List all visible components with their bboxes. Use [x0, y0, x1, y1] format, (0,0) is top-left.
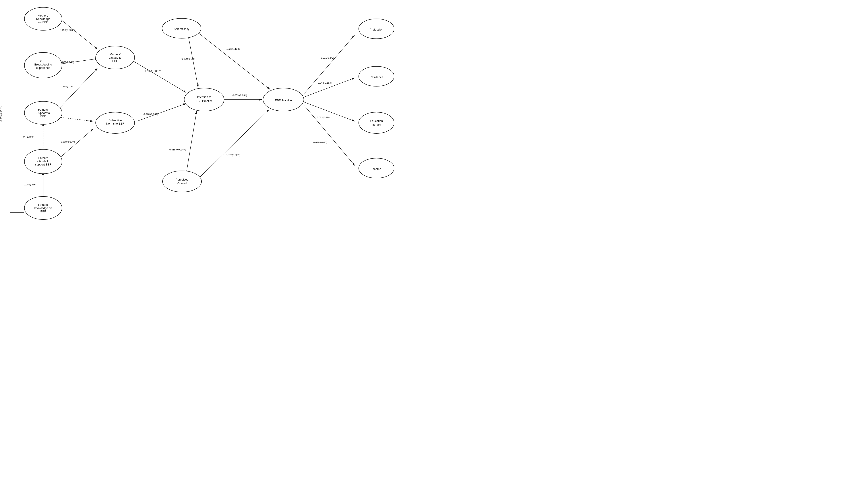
label-fa-fs: 0.717(0.0**) [23, 135, 36, 138]
label-ma-ie: 0.196(0.036 **) [145, 70, 162, 72]
edge-fs-ma [59, 68, 97, 108]
node-ma-label1: Mathers' [110, 53, 121, 56]
node-ob-label1: Own [40, 60, 46, 63]
node-fs-label2: Support to [37, 111, 50, 115]
node-ie-label1: Intention to [197, 95, 211, 99]
node-mothers-knowledge-label1: Mothers' [38, 14, 49, 17]
node-fa-label3: support EBF [35, 163, 51, 166]
edge-ep-res [304, 78, 355, 97]
node-res-label: Residence [370, 75, 383, 79]
node-ma-label2: attitude to [109, 56, 121, 59]
label-ie-ep: 0.033 (0.034) [232, 94, 247, 97]
node-fk-label2: knowledge on [34, 207, 52, 210]
node-inc-label: Income [372, 167, 381, 170]
label-ep-edu: 0.032(0.698) [317, 116, 330, 119]
node-ie-label2: EBF Practice [196, 99, 213, 103]
node-edu-label2: literacy [372, 123, 381, 126]
node-fa-label2: attitude to [37, 159, 49, 163]
label-pc-ie: 0.515(0.001***) [169, 148, 186, 151]
label-fs-ma: 0.881(0.00**) [61, 85, 75, 88]
node-pc-label2: Control [177, 182, 187, 185]
edge-ma-ie [134, 62, 186, 93]
node-pc-label1: Perceived [176, 178, 188, 181]
node-fk-label1: Fathers' [38, 203, 49, 207]
node-mothers-knowledge-label2: Knowledge [36, 17, 50, 21]
edge-mk-ma [59, 18, 97, 49]
edge-pc-ep [198, 109, 269, 179]
node-ob-label2: Breastfeeding [34, 63, 52, 66]
edge-fa-sn [59, 129, 93, 158]
label-se-ep: 0.231(0.120) [226, 48, 240, 50]
node-mothers-knowledge-label3: on EBF [38, 21, 48, 24]
label-se-ie: 0.200(0.109) [182, 57, 195, 60]
node-fs-label3: EBF [40, 115, 46, 118]
node-education-literacy [359, 112, 394, 134]
edge-sn-ie [137, 104, 186, 121]
edge-fs-sn [59, 117, 93, 121]
edge-se-ep [198, 33, 270, 90]
label-fa-sn: -0.280(0.00**) [60, 140, 75, 143]
edge-se-ie [188, 36, 198, 87]
label-pc-ep: 0.877(0.00**) [226, 154, 240, 156]
label-ep-inc: 0.069(0.080) [313, 141, 327, 144]
label-sn-ie: 0.026 (0.801) [144, 113, 158, 115]
node-fs-label1: Fathers' [38, 108, 49, 111]
bracket-label: 0.863(0.00 **) [0, 106, 3, 122]
node-ob-label3: experience [36, 66, 50, 70]
node-edu-label1: Education [370, 119, 383, 123]
edge-pc-ie [186, 111, 197, 175]
label-mk-ma: 0.490(0.020 *) [60, 29, 75, 31]
node-ep-label: EBF Practice [275, 99, 292, 102]
node-perceived-control [163, 171, 202, 192]
node-se-label: Self-efficacy [174, 27, 189, 31]
edge-ep-pro [304, 35, 355, 93]
edge-ep-inc [304, 106, 355, 166]
label-ep-res: 0.043(0.183) [318, 82, 331, 84]
node-ma-label3: EBF [112, 59, 118, 63]
node-sn-label2: Norms to EBF [106, 122, 124, 125]
node-sn-label1: Subjective [108, 118, 122, 122]
label-ep-pro: 0.071(0.342) [321, 56, 334, 59]
node-fk-label3: EBF [40, 210, 46, 213]
node-pro-label: Profession [370, 28, 383, 31]
label-ob-ma: 0.001(0.988) [60, 61, 74, 63]
node-fa-label1: Fathers [38, 156, 48, 159]
label-fk-fa: 0.081(.366) [24, 183, 36, 186]
